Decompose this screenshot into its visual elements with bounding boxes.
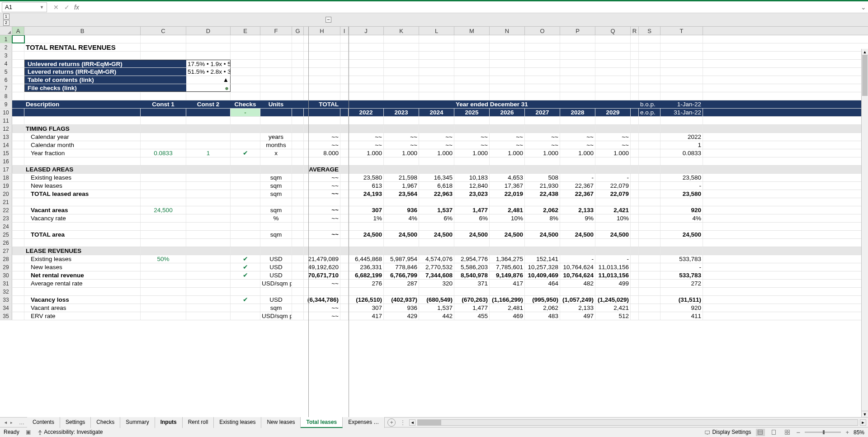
formula-input[interactable]: [82, 2, 859, 12]
vertical-scrollbar[interactable]: ▲ ▼: [861, 49, 868, 417]
scroll-left-icon[interactable]: ◄: [409, 419, 415, 426]
col-header-P[interactable]: P: [560, 27, 595, 35]
zoom-slider[interactable]: [805, 432, 841, 433]
row-header[interactable]: 28: [0, 255, 12, 263]
row-header[interactable]: 19: [0, 182, 12, 190]
row-header[interactable]: 17: [0, 166, 12, 173]
zoom-out-button[interactable]: −: [797, 428, 801, 436]
macro-record-icon[interactable]: ▣: [26, 429, 31, 435]
add-sheet-button[interactable]: +: [387, 418, 396, 427]
h-scroll-thumb[interactable]: [418, 420, 441, 425]
row-header[interactable]: 35: [0, 312, 12, 320]
col-header-M[interactable]: M: [454, 27, 490, 35]
outline-collapse-icon[interactable]: −: [326, 17, 331, 23]
tab-nav-prev-icon[interactable]: ▸: [9, 420, 14, 425]
col-header-S[interactable]: S: [639, 27, 660, 35]
tab-nav-first-icon[interactable]: ◄: [3, 420, 9, 425]
col-header-F[interactable]: F: [260, 27, 292, 35]
fx-icon[interactable]: fx: [74, 4, 79, 11]
col-header-Q[interactable]: Q: [595, 27, 631, 35]
scroll-thumb[interactable]: [862, 55, 868, 96]
col-header-O[interactable]: O: [525, 27, 560, 35]
row-header[interactable]: 31: [0, 280, 12, 287]
row-header[interactable]: 25: [0, 231, 12, 238]
sheet-tab-existing-leases[interactable]: Existing leases: [214, 417, 261, 428]
outline-row-level-2[interactable]: 2: [3, 20, 9, 26]
zoom-level[interactable]: 85%: [854, 429, 864, 436]
outline-row-level-1[interactable]: 1: [3, 14, 9, 19]
scroll-right-icon[interactable]: ►: [860, 419, 866, 426]
row-header[interactable]: 27: [0, 247, 12, 255]
row-header[interactable]: 7: [0, 84, 12, 92]
sheet-tab-expenses-[interactable]: Expenses …: [343, 417, 385, 428]
col-header-H[interactable]: H: [304, 27, 340, 35]
period-val: 1: [660, 141, 703, 149]
row-header[interactable]: 21: [0, 198, 12, 206]
horizontal-scrollbar[interactable]: ◄ ►: [407, 419, 868, 426]
sheet-tab-inputs[interactable]: Inputs: [155, 417, 183, 428]
scroll-down-icon[interactable]: ▼: [862, 411, 868, 417]
view-normal-icon[interactable]: [756, 429, 765, 436]
view-page-layout-icon[interactable]: [769, 429, 778, 436]
row-header[interactable]: 26: [0, 239, 12, 247]
col-header-C[interactable]: C: [141, 27, 186, 35]
row-header[interactable]: 9: [0, 100, 12, 108]
row-header[interactable]: 33: [0, 296, 12, 304]
row-header[interactable]: 8: [0, 92, 12, 100]
row-header[interactable]: 5: [0, 68, 12, 76]
row-header[interactable]: 16: [0, 157, 12, 165]
row-header[interactable]: 18: [0, 174, 12, 181]
col-header-L[interactable]: L: [419, 27, 454, 35]
sheet-tab-contents[interactable]: Contents: [27, 417, 60, 428]
col-header-J[interactable]: J: [349, 27, 384, 35]
sheet-tab-settings[interactable]: Settings: [60, 417, 91, 428]
row-header[interactable]: 6: [0, 76, 12, 84]
row-header[interactable]: 14: [0, 141, 12, 149]
col-header-D[interactable]: D: [186, 27, 231, 35]
row-header[interactable]: 10: [0, 109, 12, 116]
name-box[interactable]: A1 ▼: [2, 2, 47, 12]
row-header[interactable]: 29: [0, 263, 12, 271]
tab-overflow-icon[interactable]: …: [16, 419, 27, 426]
row-header[interactable]: 20: [0, 190, 12, 198]
row-header[interactable]: 22: [0, 206, 12, 214]
col-header-B[interactable]: B: [24, 27, 141, 35]
col-header-I[interactable]: I: [340, 27, 349, 35]
cell-A1[interactable]: [12, 35, 24, 43]
row-header[interactable]: 34: [0, 304, 12, 312]
scroll-up-icon[interactable]: ▲: [862, 49, 868, 55]
accessibility-status[interactable]: Accessibility: Investigate: [37, 429, 103, 435]
chevron-down-icon[interactable]: ▼: [40, 5, 44, 10]
row-header[interactable]: 24: [0, 223, 12, 230]
col-header-A[interactable]: A: [12, 27, 24, 35]
spreadsheet-grid[interactable]: ABCDEFGHIJKLMNOPQRST 12TOTAL RENTAL REVE…: [0, 27, 868, 417]
row-header[interactable]: 11: [0, 117, 12, 124]
row-header[interactable]: 2: [0, 43, 12, 51]
col-header-N[interactable]: N: [490, 27, 525, 35]
row-header[interactable]: 23: [0, 214, 12, 222]
sheet-tab-rent-roll[interactable]: Rent roll: [183, 417, 214, 428]
display-settings-button[interactable]: Display Settings: [705, 429, 751, 435]
sheet-tab-total-leases[interactable]: Total leases: [301, 417, 343, 428]
row-header[interactable]: 1: [0, 35, 12, 43]
sheet-tab-summary[interactable]: Summary: [120, 417, 155, 428]
row-header[interactable]: 30: [0, 271, 12, 279]
row-header[interactable]: 32: [0, 288, 12, 295]
col-header-K[interactable]: K: [384, 27, 419, 35]
row-header[interactable]: 3: [0, 52, 12, 59]
row-header[interactable]: 13: [0, 133, 12, 141]
column-headers[interactable]: ABCDEFGHIJKLMNOPQRST: [0, 27, 868, 35]
expand-formula-icon[interactable]: ⌄: [859, 4, 868, 11]
col-header-E[interactable]: E: [231, 27, 260, 35]
zoom-in-button[interactable]: +: [845, 429, 849, 436]
col-header-T[interactable]: T: [660, 27, 703, 35]
sheet-tab-new-leases[interactable]: New leases: [261, 417, 301, 428]
view-page-break-icon[interactable]: [783, 429, 792, 436]
col-header-R[interactable]: R: [631, 27, 639, 35]
col-header-G[interactable]: G: [292, 27, 304, 35]
row-header[interactable]: 4: [0, 60, 12, 67]
select-all-corner[interactable]: [0, 27, 12, 35]
row-header[interactable]: 15: [0, 149, 12, 157]
sheet-tab-checks[interactable]: Checks: [91, 417, 120, 428]
row-header[interactable]: 12: [0, 125, 12, 133]
